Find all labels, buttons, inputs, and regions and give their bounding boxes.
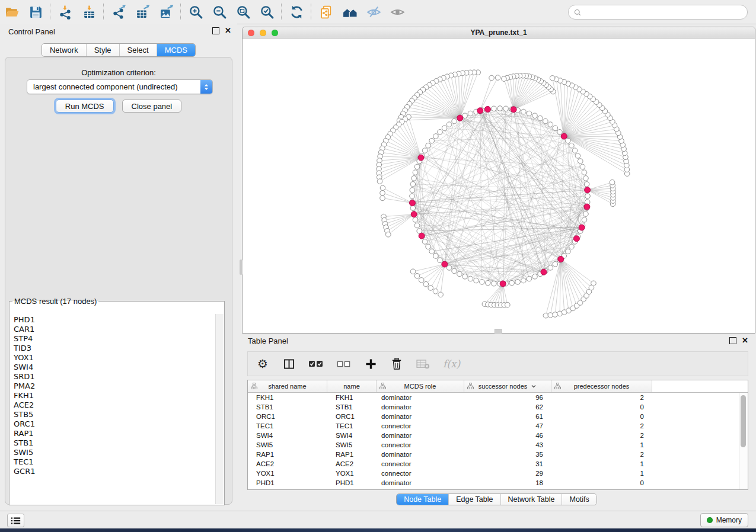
graph-node[interactable]	[446, 122, 452, 127]
graph-node[interactable]	[548, 122, 553, 127]
graph-node[interactable]	[557, 130, 563, 135]
mcds-result-item[interactable]: SWI4	[14, 363, 216, 372]
graph-node[interactable]	[548, 313, 553, 318]
graph-node[interactable]	[428, 286, 433, 291]
table-tab-network-table[interactable]: Network Table	[501, 494, 563, 505]
export-network-button[interactable]	[107, 2, 130, 22]
graph-node[interactable]	[377, 179, 382, 184]
graph-node[interactable]	[527, 276, 532, 281]
graph-node[interactable]	[468, 111, 473, 116]
optimization-criterion-select[interactable]: largest connected component (undirected)	[27, 79, 213, 94]
export-table-button[interactable]	[130, 2, 154, 22]
tab-style[interactable]: Style	[87, 44, 120, 56]
graph-hub-node[interactable]	[541, 269, 547, 275]
table-delete-button[interactable]	[416, 357, 430, 371]
graph-node[interactable]	[550, 76, 555, 81]
graph-node[interactable]	[380, 185, 385, 191]
graph-node[interactable]	[410, 194, 415, 199]
graph-node[interactable]	[521, 109, 527, 114]
unchecked-pair-button[interactable]	[337, 357, 351, 371]
close-table-panel-icon[interactable]: ✕	[742, 337, 748, 344]
graph-hub-node[interactable]	[442, 261, 448, 267]
graph-node[interactable]	[414, 273, 420, 278]
mcds-result-item[interactable]: ACE2	[14, 400, 216, 410]
table-row[interactable]: ACE2ACE2connector311	[248, 459, 748, 469]
table-scrollbar[interactable]	[739, 393, 748, 489]
task-history-button[interactable]	[7, 514, 24, 527]
trash-button[interactable]	[390, 357, 403, 371]
graph-node[interactable]	[410, 182, 416, 187]
zoom-fit-button[interactable]	[231, 2, 255, 22]
graph-node[interactable]	[532, 113, 538, 118]
memory-button[interactable]: Memory	[700, 513, 748, 527]
graph-node[interactable]	[446, 265, 452, 271]
graph-node[interactable]	[575, 153, 580, 159]
mcds-result-item[interactable]: ORC1	[14, 419, 216, 429]
graph-node[interactable]	[414, 164, 420, 169]
graph-node[interactable]	[410, 206, 416, 211]
mcds-result-item[interactable]: PMA2	[14, 382, 216, 391]
graph-node[interactable]	[543, 118, 548, 124]
graph-node[interactable]	[438, 258, 443, 263]
function-button[interactable]: f(x)	[443, 357, 460, 371]
network-canvas[interactable]	[243, 39, 755, 333]
graph-node[interactable]	[532, 274, 538, 279]
graph-node[interactable]	[569, 143, 575, 148]
duplicate-network-button[interactable]	[314, 2, 338, 22]
plus-button[interactable]	[364, 357, 377, 371]
mcds-result-item[interactable]: STB1	[14, 438, 216, 448]
table-row[interactable]: ORC1ORC1dominator610	[248, 412, 748, 421]
table-row[interactable]: TEC1TEC1connector472	[248, 421, 748, 431]
graph-node[interactable]	[502, 76, 507, 82]
table-row[interactable]: YOX1YOX1connector291	[248, 469, 748, 478]
zoom-in-button[interactable]	[184, 2, 208, 22]
graph-node[interactable]	[495, 75, 500, 81]
run-mcds-button[interactable]: Run MCDS	[56, 100, 114, 113]
graph-node[interactable]	[583, 176, 589, 181]
graph-node[interactable]	[582, 217, 587, 223]
graph-node[interactable]	[486, 280, 491, 286]
graph-node[interactable]	[433, 134, 439, 139]
graph-node[interactable]	[412, 176, 417, 181]
graph-hub-node[interactable]	[477, 108, 483, 114]
mcds-result-item[interactable]: TEC1	[14, 457, 216, 467]
graph-hub-node[interactable]	[500, 281, 506, 287]
mcds-result-item[interactable]: STB5	[14, 410, 216, 419]
graph-node[interactable]	[426, 244, 431, 249]
graph-hub-node[interactable]	[411, 211, 417, 217]
graph-node[interactable]	[584, 182, 589, 187]
graph-node[interactable]	[515, 280, 521, 285]
graph-node[interactable]	[489, 75, 495, 81]
graph-node[interactable]	[553, 126, 558, 131]
graph-hub-node[interactable]	[409, 200, 415, 206]
graph-node[interactable]	[610, 180, 615, 185]
first-neighbors-button[interactable]	[338, 2, 362, 22]
columns-button[interactable]	[282, 357, 295, 371]
graph-node[interactable]	[591, 281, 596, 286]
table-tab-node-table[interactable]: Node Table	[397, 494, 449, 505]
checked-pair-button[interactable]	[308, 357, 324, 371]
graph-node[interactable]	[505, 302, 511, 307]
graph-node[interactable]	[422, 148, 428, 153]
table-row[interactable]: SWI5SWI5connector431	[248, 440, 748, 450]
column-header-shared-name[interactable]: shared name	[248, 380, 327, 392]
graph-node[interactable]	[492, 281, 497, 286]
graph-node[interactable]	[442, 126, 447, 131]
graph-node[interactable]	[585, 194, 591, 199]
graph-hub-node[interactable]	[484, 106, 490, 112]
graph-hub-node[interactable]	[558, 256, 564, 262]
graph-node[interactable]	[413, 170, 418, 175]
graph-node[interactable]	[457, 271, 462, 277]
float-panel-icon[interactable]	[212, 27, 219, 34]
tab-network[interactable]: Network	[42, 44, 87, 56]
table-tab-edge-table[interactable]: Edge Table	[449, 494, 500, 505]
gear-button[interactable]: ⚙	[256, 357, 269, 371]
graph-node[interactable]	[429, 249, 435, 254]
graph-hub-node[interactable]	[561, 133, 567, 139]
graph-hub-node[interactable]	[573, 236, 579, 242]
table-tab-motifs[interactable]: Motifs	[562, 494, 596, 505]
graph-hub-node[interactable]	[419, 233, 425, 239]
graph-node[interactable]	[380, 196, 385, 201]
graph-node[interactable]	[503, 106, 509, 111]
tab-select[interactable]: Select	[120, 44, 157, 56]
